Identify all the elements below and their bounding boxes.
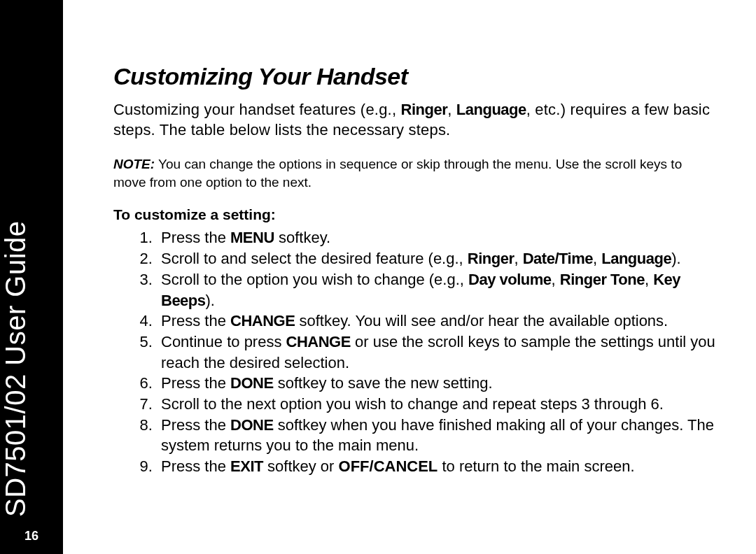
text: softkey to save the new setting. [274, 374, 493, 392]
list-item: Scroll to the next option you wish to ch… [157, 394, 718, 415]
list-item: Press the MENU softkey. [157, 227, 718, 248]
keyword-done: DONE [230, 374, 274, 392]
text: Press the [161, 312, 230, 329]
sidebar: SD7501/02 User Guide 16 [0, 0, 63, 554]
note-label: NOTE: [113, 157, 155, 171]
note-body: You can change the options in sequence o… [113, 157, 682, 190]
keyword-offcancel: OFF/CANCEL [339, 457, 438, 475]
keyword-exit: EXIT [230, 457, 263, 475]
text: Press the [161, 416, 230, 434]
text: ). [671, 250, 680, 267]
keyword-ringer: Ringer [468, 250, 514, 267]
text: Press the [161, 457, 230, 475]
text: ). [206, 292, 215, 309]
text: Continue to press [161, 333, 286, 350]
list-item: Scroll to the option you wish to change … [157, 269, 718, 311]
keyword-menu: MENU [230, 229, 274, 246]
list-item: Press the EXIT softkey or OFF/CANCEL to … [157, 456, 718, 477]
text: softkey. [274, 229, 330, 246]
text: Scroll to and select the desired feature… [161, 250, 468, 267]
keyword-change: CHANGE [286, 333, 351, 350]
keyword-done: DONE [230, 416, 274, 434]
text: , [645, 271, 653, 288]
guide-title: SD7501/02 User Guide [0, 220, 31, 517]
text: , [593, 250, 601, 267]
text: softkey or [263, 457, 339, 475]
document-content: Customizing Your Handset Customizing you… [63, 0, 756, 554]
list-item: Scroll to and select the desired feature… [157, 248, 718, 269]
keyword-language: Language [456, 101, 526, 118]
text: Customizing your handset features (e.g., [113, 101, 401, 118]
text: , [514, 250, 523, 267]
keyword-dayvolume: Day volume [468, 271, 552, 288]
keyword-ringertone: Ringer Tone [560, 271, 645, 288]
list-item: Press the DONE softkey when you have fin… [157, 415, 718, 456]
keyword-datetime: Date/Time [523, 250, 593, 267]
text: to return to the main screen. [438, 457, 634, 475]
keyword-language: Language [601, 250, 671, 267]
text: Press the [161, 374, 230, 392]
text: softkey. You will see and/or hear the av… [295, 312, 668, 329]
intro-paragraph: Customizing your handset features (e.g.,… [113, 100, 718, 140]
keyword-change: CHANGE [230, 312, 295, 329]
keyword-ringer: Ringer [401, 101, 448, 118]
text: , [447, 101, 456, 118]
subheading: To customize a setting: [113, 206, 718, 223]
note-block: NOTE: You can change the options in sequ… [113, 155, 718, 191]
steps-list: Press the MENU softkey. Scroll to and se… [113, 227, 718, 476]
list-item: Continue to press CHANGE or use the scro… [157, 332, 718, 373]
list-item: Press the CHANGE softkey. You will see a… [157, 311, 718, 332]
text: Scroll to the option you wish to change … [161, 271, 468, 288]
text: , [552, 271, 560, 288]
page-title: Customizing Your Handset [113, 63, 718, 90]
page-number: 16 [0, 529, 63, 544]
list-item: Press the DONE softkey to save the new s… [157, 373, 718, 394]
text: Press the [161, 229, 230, 246]
